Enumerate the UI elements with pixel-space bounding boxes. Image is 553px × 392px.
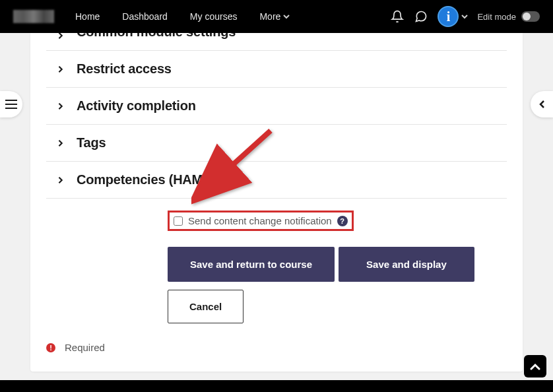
chat-icon[interactable] — [414, 9, 428, 24]
action-buttons: Save and return to course Save and displ… — [168, 247, 507, 323]
navbar-right: i Edit mode — [390, 6, 540, 27]
required-text: Required — [65, 342, 105, 353]
info-icon: i — [438, 6, 459, 27]
chevron-right-icon — [57, 139, 65, 147]
notify-label: Send content change notification — [188, 215, 332, 226]
chevron-right-icon — [57, 65, 65, 73]
navbar-left: Home Dashboard My courses More — [13, 2, 298, 31]
navbar: Home Dashboard My courses More i Edit mo… — [0, 0, 553, 33]
site-logo[interactable] — [13, 10, 54, 23]
drawer-toggle-right[interactable] — [531, 91, 553, 117]
section-competencies[interactable]: Competencies (HAMI) — [46, 162, 507, 199]
scroll-top-button[interactable] — [524, 355, 546, 377]
form-footer: Send content change notification ? Save … — [46, 199, 507, 323]
svg-point-0 — [5, 100, 7, 101]
save-display-button[interactable]: Save and display — [339, 247, 474, 282]
section-tags[interactable]: Tags — [46, 125, 507, 162]
chevron-down-icon — [461, 15, 468, 19]
nav-more[interactable]: More — [251, 2, 298, 31]
edit-mode-toggle[interactable]: Edit mode — [477, 11, 540, 22]
required-legend: ! Required — [46, 342, 507, 353]
chevron-right-icon — [57, 102, 65, 110]
required-icon: ! — [46, 343, 55, 352]
svg-point-1 — [5, 104, 7, 105]
chevron-left-icon — [538, 100, 545, 109]
chevron-down-icon — [283, 15, 290, 19]
section-common-module-settings[interactable]: Common module settings — [46, 33, 507, 51]
help-icon[interactable]: ? — [337, 216, 348, 226]
toggle-switch — [521, 11, 540, 22]
settings-card: Common module settings Restrict access A… — [30, 33, 523, 372]
list-icon — [5, 100, 17, 109]
nav-dashboard[interactable]: Dashboard — [114, 2, 176, 31]
footer-bar — [0, 380, 553, 392]
chevron-up-icon — [530, 363, 540, 370]
chevron-right-icon — [57, 33, 65, 40]
section-activity-completion[interactable]: Activity completion — [46, 88, 507, 125]
user-menu[interactable]: i — [438, 6, 468, 27]
edit-mode-label: Edit mode — [477, 12, 516, 22]
chevron-right-icon — [57, 176, 65, 184]
notify-checkbox[interactable] — [174, 216, 183, 226]
nav-home[interactable]: Home — [67, 2, 108, 31]
section-title: Common module settings — [77, 33, 236, 40]
section-title: Competencies (HAMI) — [77, 172, 211, 187]
bell-icon[interactable] — [390, 9, 405, 24]
drawer-toggle-left[interactable] — [0, 91, 22, 117]
section-title: Activity completion — [77, 98, 196, 114]
nav-more-label: More — [259, 11, 280, 22]
svg-point-2 — [5, 108, 7, 109]
section-title: Tags — [77, 135, 106, 150]
nav-my-courses[interactable]: My courses — [182, 2, 245, 31]
section-title: Restrict access — [77, 61, 172, 77]
save-return-button[interactable]: Save and return to course — [168, 247, 335, 282]
section-restrict-access[interactable]: Restrict access — [46, 51, 507, 88]
notify-highlight-box: Send content change notification ? — [168, 211, 354, 231]
cancel-button[interactable]: Cancel — [168, 290, 244, 323]
